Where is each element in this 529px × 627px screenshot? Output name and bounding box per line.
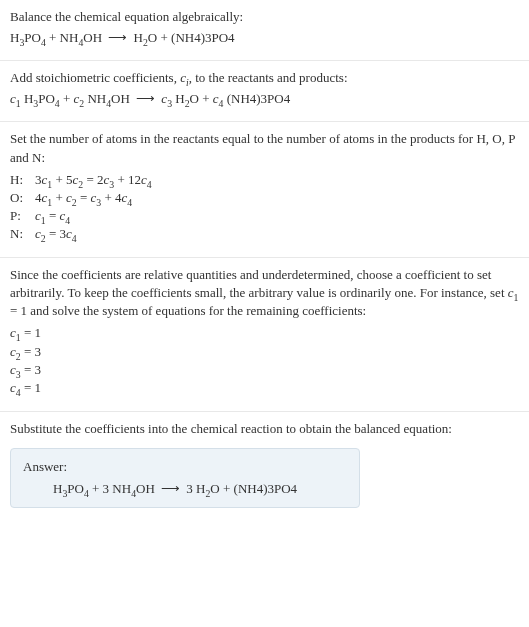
coefficient-line: c4 = 1	[10, 379, 519, 397]
plus: +	[199, 91, 213, 106]
element-equation: c1 = c4	[35, 207, 156, 225]
unbalanced-equation: H3PO4 + NH4OH ⟶ H2O + (NH4)3PO4	[10, 30, 519, 46]
subscript: 1	[514, 292, 519, 303]
formula-part: OH	[83, 30, 102, 45]
formula-part: 3 H	[186, 481, 205, 496]
table-row: N:c2 = 3c4	[10, 225, 156, 243]
formula-part: H	[53, 481, 62, 496]
formula-part: OH	[136, 481, 155, 496]
coefficient-line: c1 = 1	[10, 324, 519, 342]
intro-text: Balance the chemical equation algebraica…	[10, 8, 519, 26]
section-solve: Since the coefficients are relative quan…	[0, 258, 529, 412]
text-part: , to the reactants and products:	[189, 70, 348, 85]
formula-part: PO	[38, 91, 55, 106]
plus: +	[157, 30, 171, 45]
text-part: Add stoichiometric coefficients,	[10, 70, 180, 85]
element-label: N:	[10, 225, 35, 243]
formula-part: NH	[60, 30, 79, 45]
table-row: P:c1 = c4	[10, 207, 156, 225]
arrow-icon: ⟶	[108, 30, 127, 46]
coeff-equation: c1 H3PO4 + c2 NH4OH ⟶ c3 H2O + c4 (NH4)3…	[10, 91, 519, 107]
intro-text: Since the coefficients are relative quan…	[10, 266, 519, 321]
plus: +	[220, 481, 234, 496]
section-coefficients: Add stoichiometric coefficients, ci, to …	[0, 61, 529, 122]
coefficient-values: c1 = 1c2 = 3c3 = 3c4 = 1	[10, 324, 519, 397]
formula-part: PO	[24, 30, 41, 45]
plus: + 3	[89, 481, 113, 496]
intro-text: Substitute the coefficients into the che…	[10, 420, 519, 438]
formula-part: O	[148, 30, 157, 45]
formula-part: O	[190, 91, 199, 106]
formula-part: (NH4)3PO4	[171, 30, 235, 45]
text-part: = 1 and solve the system of equations fo…	[10, 303, 366, 318]
formula-part: H	[172, 91, 185, 106]
element-label: H:	[10, 171, 35, 189]
section-atom-equations: Set the number of atoms in the reactants…	[0, 122, 529, 257]
intro-text: Set the number of atoms in the reactants…	[10, 130, 519, 166]
formula-part: O	[210, 481, 219, 496]
intro-text: Add stoichiometric coefficients, ci, to …	[10, 69, 519, 87]
formula-part: (NH4)3PO4	[223, 91, 290, 106]
element-equation: c2 = 3c4	[35, 225, 156, 243]
formula-part: H	[134, 30, 143, 45]
answer-box: Answer: H3PO4 + 3 NH4OH ⟶ 3 H2O + (NH4)3…	[10, 448, 360, 508]
element-label: O:	[10, 189, 35, 207]
coefficient-line: c3 = 3	[10, 361, 519, 379]
text-part: Since the coefficients are relative quan…	[10, 267, 508, 300]
answer-label: Answer:	[23, 459, 347, 475]
formula-part: NH	[84, 91, 106, 106]
formula-part: H	[21, 91, 34, 106]
table-row: H:3c1 + 5c2 = 2c3 + 12c4	[10, 171, 156, 189]
element-equation: 3c1 + 5c2 = 2c3 + 12c4	[35, 171, 156, 189]
element-equation: 4c1 + c2 = c3 + 4c4	[35, 189, 156, 207]
formula-part: (NH4)3PO4	[234, 481, 298, 496]
section-balance-intro: Balance the chemical equation algebraica…	[0, 0, 529, 61]
arrow-icon: ⟶	[161, 481, 180, 497]
formula-part: NH	[112, 481, 131, 496]
atom-equations-table: H:3c1 + 5c2 = 2c3 + 12c4O:4c1 + c2 = c3 …	[10, 171, 156, 243]
element-label: P:	[10, 207, 35, 225]
table-row: O:4c1 + c2 = c3 + 4c4	[10, 189, 156, 207]
plus: +	[60, 91, 74, 106]
section-answer: Substitute the coefficients into the che…	[0, 412, 529, 522]
formula-part: OH	[111, 91, 130, 106]
arrow-icon: ⟶	[136, 91, 155, 107]
plus: +	[46, 30, 60, 45]
formula-part: PO	[67, 481, 84, 496]
coefficient-line: c2 = 3	[10, 343, 519, 361]
formula-part: H	[10, 30, 19, 45]
balanced-equation: H3PO4 + 3 NH4OH ⟶ 3 H2O + (NH4)3PO4	[23, 481, 347, 497]
